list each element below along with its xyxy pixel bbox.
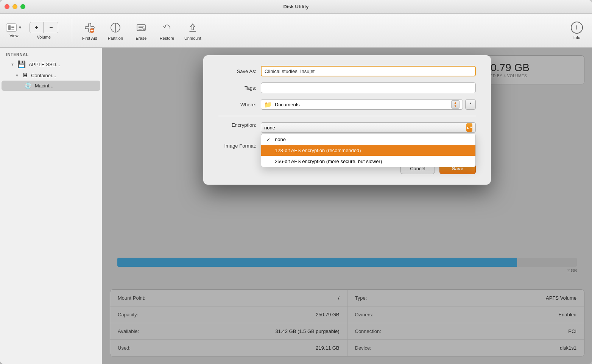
check-icon: ✓	[266, 137, 272, 142]
where-expand-button[interactable]: ˅	[465, 99, 476, 110]
encryption-dropdown-trigger[interactable]: none ▲ ▼	[261, 122, 476, 133]
dropdown-item-none[interactable]: ✓ none	[261, 134, 475, 145]
tags-input[interactable]	[261, 82, 476, 93]
arrow-up-part: ▲	[466, 126, 469, 129]
container-icon: 🖥	[22, 72, 28, 79]
unmount-button[interactable]: Unmount	[181, 19, 204, 43]
dropdown-item-none-label: none	[275, 137, 286, 142]
dropdown-arrow-icon: ▲ ▼	[466, 123, 472, 132]
save-dialog: Save As: Tags: Where: 📁	[203, 55, 491, 185]
toolbar-volume-group: + − Volume	[30, 22, 58, 39]
svg-rect-2	[11, 27, 14, 28]
first-aid-icon	[84, 21, 96, 34]
where-label: Where:	[218, 102, 256, 107]
unmount-label: Unmount	[184, 36, 201, 40]
window: Disk Utility ▼ View +	[0, 0, 592, 364]
sidebar-item-apple-ssd[interactable]: ▼ 💾 APPLE SSD...	[2, 59, 100, 70]
view-label: View	[9, 33, 19, 38]
save-as-label: Save As:	[218, 68, 256, 74]
toolbar-separator	[72, 19, 72, 42]
first-aid-label: First Aid	[82, 36, 97, 40]
save-as-row: Save As:	[218, 66, 476, 76]
macintosh-hd-icon: 💿	[24, 82, 32, 89]
encryption-row: Encryption: none ▲ ▼	[218, 122, 476, 133]
info-label: Info	[573, 35, 580, 40]
view-chevron-icon: ▼	[18, 25, 22, 30]
partition-icon	[109, 21, 122, 34]
restore-label: Restore	[160, 36, 174, 40]
where-spinner[interactable]: ▲ ▼	[451, 100, 460, 109]
chevron-down-icon-2: ▼	[15, 73, 19, 78]
window-title: Disk Utility	[283, 4, 308, 9]
partition-label: Partition	[108, 36, 123, 40]
svg-rect-0	[8, 25, 11, 30]
chevron-down-icon: ▼	[11, 62, 14, 67]
dropdown-item-128aes[interactable]: 128-bit AES encryption (recommended)	[261, 145, 475, 156]
save-as-input[interactable]	[261, 66, 476, 76]
tags-label: Tags:	[218, 85, 256, 91]
sidebar-section-internal: Internal	[0, 51, 102, 58]
unmount-icon	[187, 21, 199, 34]
sidebar-item-label-macintosh: Macint...	[35, 83, 53, 89]
sidebar: Internal ▼ 💾 APPLE SSD... ▼ 🖥 Container.…	[0, 48, 102, 364]
volume-buttons: + −	[30, 22, 58, 33]
arrow-down-part: ▼	[469, 126, 473, 129]
close-button[interactable]	[5, 4, 9, 9]
main-area: Internal ▼ 💾 APPLE SSD... ▼ 🖥 Container.…	[0, 48, 592, 364]
encryption-dropdown-menu: ✓ none 128-bit AES encryption (recommend…	[261, 134, 476, 167]
where-container: 📁 Documents ▲ ▼ ˅	[261, 99, 476, 110]
info-button[interactable]: i Info	[568, 19, 586, 42]
tags-row: Tags:	[218, 82, 476, 93]
where-row: Where: 📁 Documents ▲ ▼	[218, 99, 476, 110]
spinner-up-icon: ▲	[454, 101, 457, 104]
window-controls	[5, 4, 25, 9]
expand-chevron-icon: ˅	[469, 102, 472, 107]
svg-rect-1	[11, 26, 14, 26]
toolbar-view-group[interactable]: ▼ View	[6, 23, 22, 38]
sidebar-item-container[interactable]: ▼ 🖥 Container...	[2, 70, 100, 80]
partition-button[interactable]: Partition	[104, 19, 127, 43]
folder-icon: 📁	[264, 101, 272, 108]
maximize-button[interactable]	[20, 4, 25, 9]
dialog-overlay: Save As: Tags: Where: 📁	[102, 48, 592, 364]
dialog-divider	[218, 116, 476, 116]
toolbar: ▼ View + − Volume First Aid	[0, 14, 592, 48]
add-volume-button[interactable]: +	[30, 22, 44, 33]
sidebar-item-label-apple-ssd: APPLE SSD...	[29, 62, 60, 67]
apple-ssd-disk-icon: 💾	[17, 60, 26, 68]
titlebar: Disk Utility	[0, 0, 592, 14]
encryption-selected-value: none	[264, 125, 275, 131]
dropdown-item-128aes-label: 128-bit AES encryption (recommended)	[275, 148, 361, 153]
svg-rect-3	[11, 29, 14, 30]
remove-volume-button[interactable]: −	[44, 22, 58, 33]
where-select[interactable]: 📁 Documents ▲ ▼	[261, 99, 463, 110]
first-aid-button[interactable]: First Aid	[78, 19, 101, 43]
dropdown-item-256aes[interactable]: 256-bit AES encryption (more secure, but…	[261, 156, 475, 167]
erase-icon	[135, 21, 147, 34]
erase-button[interactable]: Erase	[130, 19, 153, 43]
restore-icon	[161, 21, 173, 34]
encryption-dropdown-wrapper: none ▲ ▼ ✓ none	[261, 122, 476, 133]
sidebar-item-macintosh-hd[interactable]: 💿 Macint...	[2, 81, 100, 91]
info-icon: i	[571, 22, 583, 34]
volume-label: Volume	[37, 35, 51, 39]
view-icon	[6, 23, 17, 32]
dropdown-item-256aes-label: 256-bit AES encryption (more secure, but…	[275, 159, 382, 164]
spinner-down-icon: ▼	[454, 105, 457, 108]
restore-button[interactable]: Restore	[156, 19, 178, 43]
erase-label: Erase	[136, 36, 147, 40]
minimize-button[interactable]	[12, 4, 17, 9]
sidebar-item-label-container: Container...	[31, 73, 56, 78]
encryption-label: Encryption:	[218, 122, 256, 128]
content-area: Save As: Tags: Where: 📁	[102, 48, 592, 364]
where-value: Documents	[275, 102, 300, 107]
image-format-label: Image Format:	[218, 143, 256, 149]
